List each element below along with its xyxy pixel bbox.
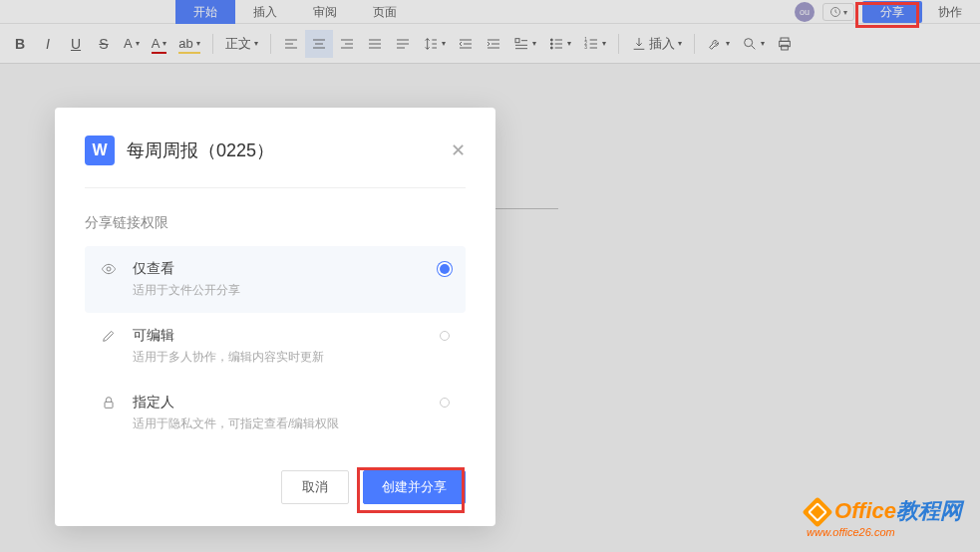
svg-point-12	[107, 267, 111, 271]
option-title: 指定人	[133, 394, 426, 412]
doc-type-icon: W	[85, 136, 115, 165]
pencil-icon	[101, 328, 119, 348]
watermark: Office教程网 www.office26.com	[807, 496, 962, 538]
close-icon[interactable]: ✕	[451, 139, 466, 161]
option-view-only[interactable]: 仅查看 适用于文件公开分享	[85, 246, 466, 313]
svg-rect-13	[105, 402, 113, 408]
option-editable[interactable]: 可编辑 适用于多人协作，编辑内容实时更新	[85, 313, 466, 380]
radio[interactable]	[440, 398, 450, 408]
share-dialog: W 每周周报（0225） ✕ 分享链接权限 仅查看 适用于文件公开分享 可编辑 …	[55, 108, 495, 526]
option-title: 仅查看	[133, 260, 426, 278]
section-label: 分享链接权限	[85, 214, 466, 232]
option-desc: 适用于文件公开分享	[133, 282, 426, 299]
option-desc: 适用于多人协作，编辑内容实时更新	[133, 349, 426, 366]
lock-icon	[101, 395, 119, 414]
option-desc: 适用于隐私文件，可指定查看/编辑权限	[133, 415, 426, 432]
option-specified[interactable]: 指定人 适用于隐私文件，可指定查看/编辑权限	[85, 380, 466, 446]
create-share-button[interactable]: 创建并分享	[363, 470, 466, 504]
cancel-button[interactable]: 取消	[281, 470, 349, 504]
radio-selected[interactable]	[440, 264, 450, 274]
dialog-title: 每周周报（0225）	[127, 138, 439, 162]
eye-icon	[101, 261, 119, 281]
option-title: 可编辑	[133, 327, 426, 345]
radio[interactable]	[440, 331, 450, 341]
